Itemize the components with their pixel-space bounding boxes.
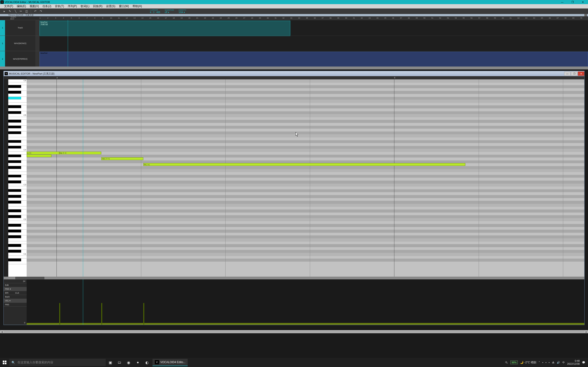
track-lane[interactable]: NewPart bbox=[40, 51, 588, 67]
track-editor-scrollbar[interactable] bbox=[0, 67, 588, 69]
piano-black-key[interactable] bbox=[8, 166, 21, 169]
note[interactable]: ka[k a] bbox=[59, 152, 101, 154]
menu-settings[interactable]: 设置(S) bbox=[104, 4, 117, 8]
piano-white-key[interactable] bbox=[8, 163, 27, 166]
piano-white-key[interactable] bbox=[8, 102, 27, 106]
vocal-clip[interactable]: NewPart又黑又甜 bbox=[40, 21, 290, 36]
piano-white-key[interactable] bbox=[8, 233, 27, 236]
piano-roll[interactable]: a[a]ka[k a]me[m e]ta[t a] bbox=[27, 79, 584, 277]
note[interactable]: ta[t a] bbox=[143, 163, 465, 166]
piano-white-key[interactable] bbox=[8, 94, 27, 97]
line-tool-icon[interactable]: ╲ bbox=[13, 9, 17, 13]
param-cle-button[interactable]: CLE bbox=[15, 292, 25, 294]
piano-white-key[interactable] bbox=[8, 212, 27, 215]
track-lane-area[interactable]: NewPart又黑又甜NewPart bbox=[40, 20, 588, 67]
musical-editor-minimize-button[interactable]: — bbox=[564, 72, 571, 76]
file-explorer-icon[interactable]: 🗂 bbox=[115, 358, 124, 367]
note[interactable] bbox=[27, 155, 52, 157]
notifications-icon[interactable]: 💬 bbox=[582, 361, 585, 364]
menu-help[interactable]: 帮助(H) bbox=[131, 4, 144, 8]
track-editor-close-icon[interactable] bbox=[584, 14, 587, 16]
piano-white-key[interactable] bbox=[8, 143, 27, 146]
start-button[interactable] bbox=[0, 358, 9, 367]
piano-white-key[interactable] bbox=[8, 108, 27, 111]
piano-white-key[interactable] bbox=[8, 206, 27, 209]
piano-black-key[interactable] bbox=[8, 97, 21, 100]
piano-white-key[interactable] bbox=[8, 82, 27, 85]
piano-black-key[interactable] bbox=[8, 224, 21, 227]
menu-window[interactable]: 窗口(W) bbox=[117, 4, 131, 8]
length-setting[interactable]: LENGTH 1/64 ▾ bbox=[179, 9, 186, 14]
piano-white-key[interactable] bbox=[8, 238, 27, 241]
param-pbs2-button[interactable]: PBS bbox=[4, 303, 27, 307]
weather-widget[interactable]: 🌙 -2°C 晴朗 bbox=[520, 361, 536, 365]
network-icon[interactable]: 🖧 bbox=[552, 361, 554, 364]
tray-icon-3[interactable]: ▪ bbox=[549, 361, 550, 364]
piano-black-key[interactable] bbox=[8, 189, 21, 192]
piano-white-key[interactable] bbox=[8, 128, 27, 131]
piano-white-key[interactable] bbox=[8, 227, 27, 230]
taskbar-clock[interactable]: 0:48 2022/12/30 bbox=[567, 359, 580, 365]
piano-black-key[interactable] bbox=[8, 230, 21, 233]
menu-job[interactable]: 任务(J) bbox=[41, 4, 53, 8]
piano-black-key[interactable] bbox=[8, 201, 21, 204]
battery-status[interactable]: 96% bbox=[510, 361, 518, 364]
piano-black-key[interactable] bbox=[8, 140, 21, 143]
window-maximize-button[interactable]: ❐ bbox=[567, 0, 578, 4]
eraser-tool-icon[interactable]: ◫ bbox=[24, 9, 28, 13]
chrome-icon[interactable]: ◉ bbox=[124, 358, 133, 367]
knife-tool-icon[interactable]: ✂ bbox=[19, 9, 23, 13]
track-lane[interactable] bbox=[40, 35, 588, 51]
menu-file[interactable]: 文件(F) bbox=[2, 4, 15, 8]
menu-lyrics[interactable]: 歌词(L) bbox=[79, 4, 91, 8]
piano-white-key[interactable] bbox=[8, 88, 27, 91]
track-lane[interactable]: NewPart又黑又甜 bbox=[40, 20, 588, 35]
piano-white-key[interactable] bbox=[8, 241, 27, 244]
piano-black-key[interactable] bbox=[8, 175, 21, 178]
app-icon-2[interactable]: ◐ bbox=[142, 358, 152, 367]
ime-indicator[interactable]: 中 bbox=[562, 361, 565, 364]
piano-black-key[interactable] bbox=[8, 244, 21, 247]
track-header-vocal[interactable]: 1 Track bbox=[0, 20, 40, 35]
pianoroll-playhead[interactable] bbox=[83, 79, 83, 277]
task-view-icon[interactable]: ▣ bbox=[106, 358, 115, 367]
piano-black-key[interactable] bbox=[8, 155, 21, 158]
piano-white-key[interactable] bbox=[8, 123, 27, 126]
piano-black-key[interactable] bbox=[8, 85, 21, 88]
piano-white-key[interactable] bbox=[8, 186, 27, 189]
velocity-bar[interactable] bbox=[143, 303, 144, 325]
piano-black-key[interactable] bbox=[8, 111, 21, 114]
redo-tool-icon[interactable]: ↷ bbox=[39, 9, 43, 13]
piano-white-key[interactable] bbox=[8, 169, 27, 172]
scroll-right-arrow-icon[interactable]: ▸ bbox=[585, 330, 588, 333]
param-bri-button[interactable]: BRI bbox=[5, 292, 15, 294]
taskbar-app-vocaloid[interactable]: V VOCALOID4 Edito... bbox=[153, 359, 188, 366]
piano-black-key[interactable] bbox=[8, 105, 21, 108]
piano-black-key[interactable] bbox=[8, 91, 21, 94]
tray-icon-1[interactable]: ▪ bbox=[542, 361, 543, 364]
scroll-left-arrow-icon[interactable]: ◂ bbox=[0, 330, 3, 333]
mute-solo-toggles[interactable] bbox=[35, 20, 40, 35]
musical-editor-close-button[interactable]: ✕ bbox=[578, 72, 584, 76]
piano-white-key[interactable] bbox=[8, 177, 27, 181]
piano-black-key[interactable] bbox=[8, 195, 21, 198]
piano-black-key[interactable] bbox=[8, 131, 21, 134]
piano-black-key[interactable] bbox=[8, 235, 21, 238]
menu-playback[interactable]: 回放(R) bbox=[91, 4, 104, 8]
piano-white-key[interactable] bbox=[8, 117, 27, 120]
piano-black-key[interactable] bbox=[8, 215, 21, 218]
track-playhead[interactable] bbox=[68, 20, 68, 67]
window-minimize-button[interactable]: — bbox=[557, 0, 567, 4]
track-ruler[interactable]: 1234567891011121314151617181920212223242… bbox=[40, 16, 588, 20]
piano-white-key[interactable] bbox=[8, 256, 27, 259]
piano-white-key[interactable] bbox=[8, 152, 27, 155]
piano-white-key[interactable] bbox=[8, 221, 27, 224]
note[interactable]: a[a] bbox=[27, 152, 59, 154]
parameter-graph[interactable] bbox=[27, 279, 584, 325]
piano-roll-h-scrollbar[interactable] bbox=[4, 277, 584, 279]
piano-white-key[interactable] bbox=[8, 261, 27, 265]
menu-track[interactable]: 音轨(T) bbox=[53, 4, 66, 8]
piano-black-key[interactable] bbox=[8, 120, 21, 123]
piano-black-key[interactable] bbox=[8, 209, 21, 212]
mute-solo-toggles[interactable] bbox=[35, 36, 40, 51]
